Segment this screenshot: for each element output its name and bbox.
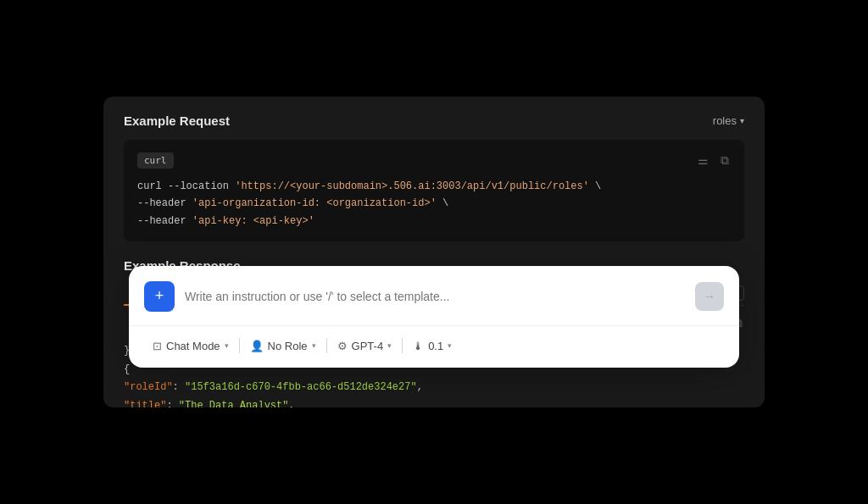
code-block-header: curl ⚌ ⧉ (137, 152, 731, 169)
request-title: Example Request (124, 114, 230, 128)
request-header: Example Request roles ▾ (124, 114, 744, 128)
model-label: GPT-4 (352, 340, 384, 352)
temperature-label: 0.1 (428, 340, 443, 352)
separator-1 (239, 338, 240, 353)
model-selector[interactable]: ⚙ GPT-4 ▾ (329, 336, 401, 356)
temperature-selector[interactable]: 🌡 0.1 ▾ (404, 336, 460, 356)
role-label: No Role (268, 340, 308, 352)
json-line-4: "title": "The Data Analyst", (124, 397, 744, 407)
chat-divider (129, 325, 739, 326)
chat-input-row: + → (144, 281, 724, 312)
chat-input[interactable] (185, 290, 685, 303)
main-panel: Example Request roles ▾ curl ⚌ ⧉ curl --… (103, 97, 765, 407)
role-chevron-icon: ▾ (312, 341, 316, 350)
code-actions: ⚌ ⧉ (696, 152, 731, 169)
json-line-3: "roleId": "15f3a16d-c670-4fbb-ac66-d512d… (124, 379, 744, 397)
temperature-icon: 🌡 (413, 340, 424, 352)
model-chevron-icon: ▾ (387, 341, 392, 350)
roles-chevron-icon: ▾ (740, 116, 744, 125)
copy-icon[interactable]: ⧉ (719, 152, 731, 169)
lang-badge: curl (137, 152, 174, 169)
separator-3 (402, 338, 403, 353)
chat-mode-icon: ⊡ (153, 340, 162, 352)
model-icon: ⚙ (337, 340, 348, 352)
separator-2 (326, 338, 327, 353)
code-line-2: --header 'api-organization-id: <organiza… (137, 195, 731, 212)
send-icon: → (704, 290, 715, 303)
roles-label: roles (713, 114, 737, 127)
role-icon: 👤 (250, 340, 264, 352)
chat-mode-label: Chat Mode (166, 340, 220, 352)
code-line-3: --header 'api-key: <api-key>' (137, 213, 731, 230)
code-line-1: curl --location 'https://<your-subdomain… (137, 178, 731, 195)
chat-overlay: + → ⊡ Chat Mode ▾ 👤 No Role ▾ (129, 266, 739, 368)
code-content: curl --location 'https://<your-subdomain… (137, 178, 731, 230)
filter-icon[interactable]: ⚌ (696, 152, 710, 169)
chat-toolbar: ⊡ Chat Mode ▾ 👤 No Role ▾ ⚙ GPT-4 ▾ 🌡 (144, 336, 724, 356)
add-button[interactable]: + (144, 281, 175, 312)
temperature-chevron-icon: ▾ (448, 341, 452, 350)
roles-selector[interactable]: roles ▾ (713, 114, 744, 127)
role-selector[interactable]: 👤 No Role ▾ (242, 336, 325, 356)
request-section: Example Request roles ▾ curl ⚌ ⧉ curl --… (103, 97, 765, 241)
send-button[interactable]: → (695, 282, 724, 311)
chat-mode-selector[interactable]: ⊡ Chat Mode ▾ (144, 336, 237, 356)
chat-mode-chevron-icon: ▾ (225, 341, 229, 350)
request-code-block: curl ⚌ ⧉ curl --location 'https://<your-… (124, 140, 744, 241)
